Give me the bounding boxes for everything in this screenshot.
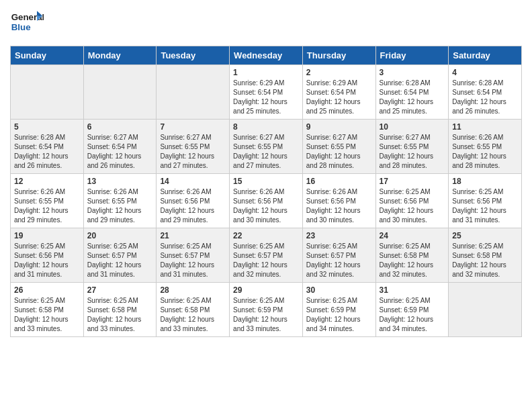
calendar-cell: 21Sunrise: 6:25 AM Sunset: 6:57 PM Dayli… [157, 228, 230, 283]
day-info: Sunrise: 6:25 AM Sunset: 6:58 PM Dayligh… [452, 242, 518, 279]
day-info: Sunrise: 6:25 AM Sunset: 6:58 PM Dayligh… [14, 296, 80, 334]
day-info: Sunrise: 6:28 AM Sunset: 6:54 PM Dayligh… [14, 133, 80, 171]
day-number: 13 [87, 177, 153, 186]
day-info: Sunrise: 6:26 AM Sunset: 6:55 PM Dayligh… [452, 133, 518, 171]
day-info: Sunrise: 6:28 AM Sunset: 6:54 PM Dayligh… [380, 79, 445, 116]
day-number: 14 [160, 177, 226, 186]
header: General Blue [10, 7, 522, 40]
calendar-cell [83, 65, 157, 120]
calendar-cell: 20Sunrise: 6:25 AM Sunset: 6:57 PM Dayli… [83, 228, 157, 283]
day-number: 11 [452, 122, 518, 132]
calendar-cell: 26Sunrise: 6:25 AM Sunset: 6:58 PM Dayli… [11, 283, 84, 337]
day-number: 21 [160, 231, 226, 240]
day-header-tuesday: Tuesday [157, 46, 230, 65]
day-info: Sunrise: 6:26 AM Sunset: 6:55 PM Dayligh… [87, 187, 153, 225]
calendar-cell: 29Sunrise: 6:25 AM Sunset: 6:59 PM Dayli… [230, 283, 303, 337]
page: General Blue SundayMondayTuesdayWednesda… [0, 0, 532, 344]
day-number: 29 [233, 285, 299, 295]
day-number: 20 [87, 231, 153, 240]
calendar-cell: 8Sunrise: 6:27 AM Sunset: 6:55 PM Daylig… [230, 120, 303, 174]
calendar-cell [157, 65, 230, 120]
day-number: 9 [306, 122, 372, 132]
day-header-monday: Monday [83, 46, 157, 65]
calendar-cell: 4Sunrise: 6:28 AM Sunset: 6:54 PM Daylig… [449, 65, 522, 120]
day-info: Sunrise: 6:26 AM Sunset: 6:55 PM Dayligh… [14, 187, 80, 225]
day-number: 27 [87, 285, 153, 295]
day-info: Sunrise: 6:27 AM Sunset: 6:55 PM Dayligh… [160, 133, 226, 171]
day-info: Sunrise: 6:26 AM Sunset: 6:56 PM Dayligh… [233, 187, 299, 225]
calendar-table: SundayMondayTuesdayWednesdayThursdayFrid… [10, 46, 522, 337]
calendar-cell: 19Sunrise: 6:25 AM Sunset: 6:56 PM Dayli… [11, 228, 84, 283]
day-number: 24 [380, 231, 445, 240]
calendar-cell: 25Sunrise: 6:25 AM Sunset: 6:58 PM Dayli… [449, 228, 522, 283]
day-number: 10 [380, 122, 445, 132]
calendar-cell: 31Sunrise: 6:25 AM Sunset: 6:59 PM Dayli… [375, 283, 449, 337]
calendar-cell: 7Sunrise: 6:27 AM Sunset: 6:55 PM Daylig… [157, 120, 230, 174]
calendar-header-row: SundayMondayTuesdayWednesdayThursdayFrid… [11, 46, 522, 65]
calendar-cell: 17Sunrise: 6:25 AM Sunset: 6:56 PM Dayli… [375, 174, 449, 228]
day-info: Sunrise: 6:25 AM Sunset: 6:58 PM Dayligh… [160, 296, 226, 334]
day-number: 5 [14, 122, 80, 132]
day-info: Sunrise: 6:27 AM Sunset: 6:55 PM Dayligh… [380, 133, 445, 171]
calendar-cell: 9Sunrise: 6:27 AM Sunset: 6:55 PM Daylig… [302, 120, 375, 174]
day-number: 4 [452, 68, 518, 77]
day-header-sunday: Sunday [11, 46, 84, 65]
day-number: 17 [380, 177, 445, 186]
calendar-cell: 28Sunrise: 6:25 AM Sunset: 6:58 PM Dayli… [157, 283, 230, 337]
day-info: Sunrise: 6:26 AM Sunset: 6:56 PM Dayligh… [306, 187, 372, 225]
day-info: Sunrise: 6:25 AM Sunset: 6:59 PM Dayligh… [380, 296, 445, 334]
calendar-cell: 30Sunrise: 6:25 AM Sunset: 6:59 PM Dayli… [302, 283, 375, 337]
day-number: 7 [160, 122, 226, 132]
day-info: Sunrise: 6:26 AM Sunset: 6:56 PM Dayligh… [160, 187, 226, 225]
calendar-cell: 3Sunrise: 6:28 AM Sunset: 6:54 PM Daylig… [375, 65, 449, 120]
day-info: Sunrise: 6:29 AM Sunset: 6:54 PM Dayligh… [306, 79, 372, 116]
day-number: 12 [14, 177, 80, 186]
day-info: Sunrise: 6:25 AM Sunset: 6:58 PM Dayligh… [87, 296, 153, 334]
calendar-cell: 11Sunrise: 6:26 AM Sunset: 6:55 PM Dayli… [449, 120, 522, 174]
calendar-week-1: 1Sunrise: 6:29 AM Sunset: 6:54 PM Daylig… [11, 65, 522, 120]
calendar-cell: 14Sunrise: 6:26 AM Sunset: 6:56 PM Dayli… [157, 174, 230, 228]
day-number: 19 [14, 231, 80, 240]
day-number: 23 [306, 231, 372, 240]
day-number: 22 [233, 231, 299, 240]
day-info: Sunrise: 6:25 AM Sunset: 6:57 PM Dayligh… [160, 242, 226, 279]
day-number: 26 [14, 285, 80, 295]
day-info: Sunrise: 6:25 AM Sunset: 6:59 PM Dayligh… [306, 296, 372, 334]
logo-svg: General Blue [10, 7, 44, 40]
calendar-cell: 23Sunrise: 6:25 AM Sunset: 6:57 PM Dayli… [302, 228, 375, 283]
day-info: Sunrise: 6:25 AM Sunset: 6:57 PM Dayligh… [87, 242, 153, 279]
day-info: Sunrise: 6:28 AM Sunset: 6:54 PM Dayligh… [452, 79, 518, 116]
day-number: 8 [233, 122, 299, 132]
day-header-saturday: Saturday [449, 46, 522, 65]
day-number: 16 [306, 177, 372, 186]
day-number: 25 [452, 231, 518, 240]
day-number: 1 [233, 68, 299, 77]
calendar-cell: 13Sunrise: 6:26 AM Sunset: 6:55 PM Dayli… [83, 174, 157, 228]
calendar-cell: 6Sunrise: 6:27 AM Sunset: 6:54 PM Daylig… [83, 120, 157, 174]
day-number: 6 [87, 122, 153, 132]
day-number: 18 [452, 177, 518, 186]
calendar-cell: 12Sunrise: 6:26 AM Sunset: 6:55 PM Dayli… [11, 174, 84, 228]
day-info: Sunrise: 6:25 AM Sunset: 6:58 PM Dayligh… [380, 242, 445, 279]
day-number: 2 [306, 68, 372, 77]
day-header-thursday: Thursday [302, 46, 375, 65]
calendar-cell: 5Sunrise: 6:28 AM Sunset: 6:54 PM Daylig… [11, 120, 84, 174]
svg-text:Blue: Blue [11, 22, 31, 32]
calendar-cell [11, 65, 84, 120]
day-info: Sunrise: 6:27 AM Sunset: 6:55 PM Dayligh… [233, 133, 299, 171]
calendar-cell: 27Sunrise: 6:25 AM Sunset: 6:58 PM Dayli… [83, 283, 157, 337]
day-number: 15 [233, 177, 299, 186]
calendar-cell: 1Sunrise: 6:29 AM Sunset: 6:54 PM Daylig… [230, 65, 303, 120]
day-number: 28 [160, 285, 226, 295]
day-info: Sunrise: 6:27 AM Sunset: 6:54 PM Dayligh… [87, 133, 153, 171]
day-info: Sunrise: 6:25 AM Sunset: 6:56 PM Dayligh… [380, 187, 445, 225]
day-info: Sunrise: 6:25 AM Sunset: 6:59 PM Dayligh… [233, 296, 299, 334]
day-number: 31 [380, 285, 445, 295]
calendar-week-3: 12Sunrise: 6:26 AM Sunset: 6:55 PM Dayli… [11, 174, 522, 228]
day-info: Sunrise: 6:27 AM Sunset: 6:55 PM Dayligh… [306, 133, 372, 171]
day-info: Sunrise: 6:25 AM Sunset: 6:57 PM Dayligh… [306, 242, 372, 279]
day-header-friday: Friday [375, 46, 449, 65]
day-info: Sunrise: 6:29 AM Sunset: 6:54 PM Dayligh… [233, 79, 299, 116]
logo: General Blue [10, 7, 44, 40]
calendar-cell: 15Sunrise: 6:26 AM Sunset: 6:56 PM Dayli… [230, 174, 303, 228]
